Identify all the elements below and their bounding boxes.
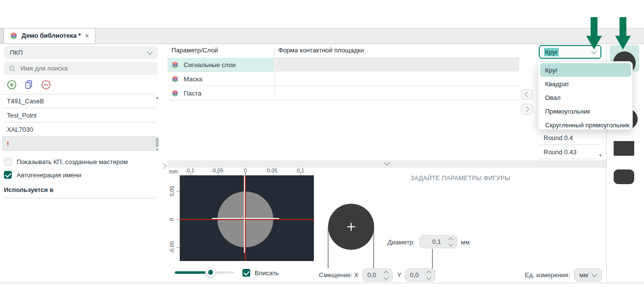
scroll-up-icon[interactable]: ▲: [155, 96, 159, 100]
stepper-icon[interactable]: [449, 238, 453, 246]
tab-demo-library[interactable]: Демо библиотека * ×: [3, 28, 95, 43]
list-item[interactable]: Test_Point: [2, 108, 156, 122]
tab-close-icon[interactable]: ×: [85, 32, 89, 39]
stepper-icon[interactable]: [384, 271, 388, 279]
center-cross-icon: [351, 223, 352, 231]
shape-icon-rounded-rectangle[interactable]: [614, 169, 634, 184]
library-type-select[interactable]: ПКП: [4, 46, 158, 59]
table-row-signal-layers[interactable]: Сигнальные слои: [167, 58, 274, 72]
fit-checkbox[interactable]: Вписать: [242, 269, 279, 277]
list-item[interactable]: T491_CaseB: [2, 94, 156, 108]
table-row-mask[interactable]: Маска: [167, 72, 519, 86]
splitter-collapse-button[interactable]: [167, 160, 606, 167]
dropdown-option-circle[interactable]: Круг: [540, 63, 631, 77]
move-left-button[interactable]: [521, 89, 533, 100]
checkbox-checked-icon[interactable]: [4, 171, 12, 179]
pad-preview-canvas[interactable]: [180, 175, 314, 261]
tick-mark: [273, 172, 274, 175]
diameter-label: Диаметр:: [364, 239, 415, 246]
chevron-down-icon: [592, 271, 597, 277]
tick-mark: [245, 172, 246, 175]
ruler-tick: 0: [168, 218, 174, 221]
layers-icon: [171, 90, 179, 97]
pad-template-item[interactable]: Round 0.4: [538, 131, 600, 145]
annotation-arrow-icon: [620, 17, 626, 36]
combobox-value: Круг: [544, 48, 559, 56]
scroll-down-icon[interactable]: ▼: [598, 154, 602, 158]
copy-button[interactable]: [24, 80, 33, 90]
show-master-checkbox[interactable]: Показывать КП, созданные мастером: [4, 158, 128, 166]
offset-y-field[interactable]: 0,0: [405, 268, 435, 282]
annotation-arrow-icon: [591, 17, 597, 36]
column-header: Форма контактной площадки: [278, 47, 364, 54]
search-input[interactable]: [20, 64, 144, 72]
app-window: Демо библиотека * × ПКП T491_CaseB Test_…: [0, 0, 644, 287]
autoname-checkbox-label: Автогенерация имени: [17, 171, 81, 179]
ruler-tick: -0,05: [211, 167, 223, 173]
zoom-slider-thumb[interactable]: [205, 267, 216, 278]
used-in-label: Используется в: [4, 186, 53, 193]
dimension-line: [328, 227, 329, 268]
row-label: Маска: [184, 75, 202, 83]
scrollbar-thumb[interactable]: [156, 138, 159, 147]
offset-y-label: Y: [397, 271, 402, 279]
list-item-label: XAL7030: [7, 126, 33, 133]
diameter-unit-label: мм: [461, 239, 470, 246]
move-right-button[interactable]: [521, 104, 533, 115]
offset-label: Смещение:: [319, 271, 353, 279]
dropdown-option-rounded-rectangle[interactable]: Скругленный прямоугольник: [540, 118, 631, 132]
option-label: Овал: [545, 94, 561, 101]
checkbox-checked-icon[interactable]: [242, 269, 250, 277]
crosshair-v-white: [244, 175, 245, 253]
scroll-down-icon[interactable]: ▼: [155, 148, 159, 152]
tab-stub[interactable]: [0, 28, 3, 43]
offset-y-value: 0,0: [410, 271, 419, 279]
parameters-title: ЗАДАЙТЕ ПАРАМЕТРЫ ФИГУРЫ: [372, 175, 549, 182]
annotation-arrow-icon: [615, 36, 631, 49]
divider: [4, 198, 158, 198]
offset-x-field[interactable]: 0,0: [362, 268, 393, 282]
option-label: Круг: [545, 67, 558, 74]
stepper-icon[interactable]: [427, 271, 430, 279]
dropdown-option-oval[interactable]: Овал: [540, 91, 631, 104]
shape-icon-rectangle[interactable]: [614, 141, 634, 156]
dimension-line: [373, 227, 374, 268]
table-header: Параметр/Слой Форма контактной площадки: [167, 43, 520, 58]
dropdown-option-rectangle[interactable]: Прямоугольник: [540, 104, 631, 118]
pad-template-label: Round 0.43: [544, 148, 576, 156]
pad-template-item[interactable]: Round 0.43: [538, 145, 600, 159]
dimension-line: [432, 249, 433, 268]
tick-mark: [176, 247, 180, 248]
library-type-value: ПКП: [10, 49, 23, 56]
list-item-selected[interactable]: !: [2, 137, 156, 151]
crosshair-h-white: [212, 218, 279, 219]
fit-checkbox-label: Вписать: [255, 269, 279, 277]
diameter-field[interactable]: 0,1: [419, 235, 457, 248]
tick-mark: [191, 172, 191, 175]
list-item[interactable]: XAL7030: [2, 122, 156, 137]
shape-dropdown-popup: Круг Квадрат Овал Прямоугольник Скруглен…: [538, 61, 633, 130]
checkbox-unchecked-icon[interactable]: [4, 158, 12, 166]
search-box[interactable]: [4, 62, 158, 75]
tab-title: Демо библиотека *: [22, 32, 81, 39]
column-header: Параметр/Слой: [171, 47, 218, 54]
units-select[interactable]: мм: [574, 268, 602, 282]
option-label: Квадрат: [545, 80, 569, 88]
table-row-paste[interactable]: Паста: [167, 86, 519, 100]
units-label: Ед. измерения:: [519, 271, 570, 279]
show-master-checkbox-label: Показывать КП, созданные мастером: [17, 158, 128, 166]
tick-mark: [176, 219, 180, 220]
offset-x-label: X: [354, 271, 358, 279]
units-value: мм: [579, 271, 588, 279]
crosshair-h-red: [180, 219, 314, 220]
chevron-down-icon: [147, 49, 152, 54]
list-item-label: T491_CaseB: [7, 97, 44, 105]
option-label: Прямоугольник: [545, 108, 590, 115]
dropdown-option-square[interactable]: Квадрат: [540, 77, 631, 91]
shape-cell-selected[interactable]: [275, 58, 519, 72]
add-button[interactable]: [7, 80, 17, 90]
autoname-checkbox[interactable]: Автогенерация имени: [4, 171, 81, 179]
ruler-unit-label: mm: [169, 168, 178, 174]
remove-button[interactable]: [41, 80, 51, 90]
collapse-panel-icon[interactable]: [162, 162, 166, 169]
